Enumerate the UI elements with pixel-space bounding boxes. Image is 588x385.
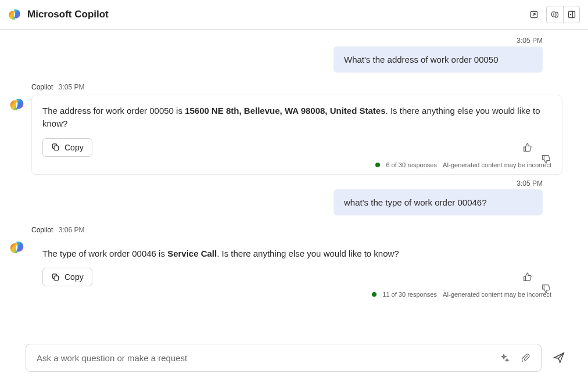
bot-card: The address for work order 00050 is 1560…: [31, 95, 562, 175]
prompt-input[interactable]: [35, 352, 492, 364]
responses-count: 11 of 30 responses: [382, 291, 437, 298]
bot-time: 3:06 PM: [59, 226, 85, 234]
thumbs-up-icon[interactable]: [522, 272, 533, 282]
thumbs-down-icon[interactable]: [541, 272, 551, 282]
sparkle-icon[interactable]: [497, 350, 513, 366]
feedback: [522, 272, 551, 282]
ai-disclaimer: AI-generated content may be incorrect: [443, 291, 551, 298]
user-message: 3:05 PM What's the address of work order…: [8, 37, 562, 73]
attachment-icon[interactable]: [518, 350, 534, 366]
header-actions: [526, 6, 580, 23]
bot-time: 3:05 PM: [59, 83, 85, 91]
bot-text-bold: 15600 NE 8th, Bellevue, WA 98008, United…: [185, 106, 385, 116]
app-title: Microsoft Copilot: [27, 9, 109, 20]
copy-button[interactable]: Copy: [42, 268, 92, 286]
bot-message: Copilot 3:05 PM The address for work ord…: [8, 83, 562, 175]
input-bar: [26, 344, 542, 372]
message-time: 3:05 PM: [8, 179, 543, 188]
bot-text-post: . Is there anything else you would like …: [217, 249, 399, 258]
header-icon-pair: [546, 6, 580, 23]
svg-rect-3: [54, 276, 59, 280]
status-dot-icon: [375, 163, 380, 167]
feedback: [522, 142, 551, 153]
bot-meta: Copilot 3:05 PM: [31, 83, 562, 91]
bot-meta: Copilot 3:06 PM: [31, 226, 562, 234]
bot-text-bold: Service Call: [167, 249, 217, 258]
bot-name: Copilot: [31, 83, 53, 91]
collapse-panel-icon[interactable]: [563, 6, 579, 23]
bot-message: Copilot 3:06 PM The type of work order 0…: [8, 226, 562, 305]
disclaimer-row: 11 of 30 responses AI-generated content …: [42, 291, 551, 298]
svg-rect-2: [54, 146, 59, 150]
brand: Microsoft Copilot: [7, 7, 109, 22]
thumbs-up-icon[interactable]: [522, 142, 533, 153]
user-bubble: what's the type of work order 00046?: [334, 189, 543, 215]
thumbs-down-icon[interactable]: [541, 142, 551, 153]
copilot-logo-icon: [7, 7, 22, 22]
bot-text: The address for work order 00050 is 1560…: [42, 105, 551, 130]
bot-text-pre: The address for work order 00050 is: [42, 106, 185, 116]
header: Microsoft Copilot: [0, 0, 588, 30]
responses-count: 6 of 30 responses: [386, 161, 436, 168]
bot-text-pre: The type of work order 00046 is: [42, 249, 167, 258]
copy-label: Copy: [64, 272, 84, 282]
copy-icon: [51, 273, 60, 282]
copilot-avatar-icon: [8, 96, 26, 113]
composer: [0, 339, 588, 385]
copy-icon: [51, 143, 60, 152]
copilot-header-icon[interactable]: [547, 6, 563, 23]
message-time: 3:05 PM: [8, 37, 543, 45]
copy-button[interactable]: Copy: [42, 138, 92, 157]
chat-area: 3:05 PM What's the address of work order…: [0, 30, 588, 339]
user-bubble: What's the address of work order 00050: [334, 46, 543, 73]
copilot-avatar-icon: [8, 239, 26, 256]
ai-disclaimer: AI-generated content may be incorrect: [443, 161, 551, 168]
copy-label: Copy: [64, 143, 84, 152]
open-in-new-icon[interactable]: [526, 6, 542, 23]
svg-rect-1: [568, 12, 575, 18]
send-button[interactable]: [550, 348, 568, 367]
status-dot-icon: [372, 292, 377, 297]
bot-text: The type of work order 00046 is Service …: [42, 247, 551, 260]
disclaimer-row: 6 of 30 responses AI-generated content m…: [42, 161, 551, 168]
user-message: 3:05 PM what's the type of work order 00…: [8, 179, 562, 215]
bot-card: The type of work order 00046 is Service …: [31, 238, 562, 305]
bot-name: Copilot: [31, 226, 53, 234]
